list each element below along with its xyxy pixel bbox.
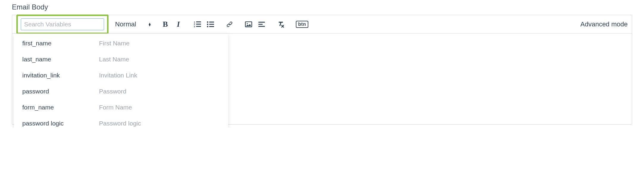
list-group: 1 2 3	[194, 20, 214, 28]
format-select-label: Normal	[115, 20, 136, 28]
svg-rect-16	[258, 26, 265, 27]
editor-toolbar: Normal ▲▼ B I 1 2 3	[12, 15, 632, 34]
variable-option[interactable]: last_name Last Name	[14, 51, 228, 67]
link-group	[226, 20, 233, 28]
button-group: btn	[296, 21, 308, 28]
variable-label: Last Name	[99, 56, 129, 63]
svg-rect-9	[209, 24, 214, 25]
svg-rect-11	[209, 26, 214, 27]
text-style-group: B I	[161, 20, 182, 28]
section-title: Email Body	[12, 3, 632, 11]
variable-label: Password logic	[99, 120, 141, 127]
svg-rect-15	[258, 24, 263, 25]
variable-key: last_name	[22, 56, 99, 63]
svg-text:3: 3	[194, 25, 195, 28]
search-highlight-box	[16, 15, 109, 34]
variables-dropdown: first_name First Name last_name Last Nam…	[14, 34, 228, 128]
variable-key: first_name	[22, 40, 99, 47]
italic-button[interactable]: I	[175, 20, 182, 28]
media-group	[245, 20, 266, 28]
svg-point-8	[207, 23, 208, 25]
format-select[interactable]: Normal ▲▼	[113, 20, 153, 28]
variable-option[interactable]: password logic Password logic	[14, 115, 228, 128]
variable-key: form_name	[22, 104, 99, 111]
variable-option[interactable]: invitation_link Invitation Link	[14, 67, 228, 83]
variable-label: Invitation Link	[99, 72, 137, 79]
bold-button[interactable]: B	[161, 20, 169, 28]
link-button[interactable]	[226, 20, 233, 28]
variable-option[interactable]: form_name Form Name	[14, 99, 228, 115]
sort-icon: ▲▼	[148, 23, 151, 26]
variable-label: Password	[99, 88, 126, 95]
svg-rect-3	[196, 23, 201, 24]
image-button[interactable]	[245, 20, 252, 28]
svg-rect-7	[209, 21, 214, 22]
clear-format-button[interactable]	[277, 20, 285, 28]
svg-point-6	[207, 21, 208, 23]
svg-rect-1	[196, 21, 201, 22]
variable-option[interactable]: first_name First Name	[14, 35, 228, 51]
svg-point-10	[207, 26, 208, 27]
insert-button[interactable]: btn	[296, 21, 308, 28]
email-editor: Normal ▲▼ B I 1 2 3	[12, 15, 632, 125]
svg-rect-5	[196, 26, 201, 27]
ordered-list-button[interactable]: 1 2 3	[194, 20, 201, 28]
svg-rect-14	[258, 22, 265, 23]
clear-group	[277, 20, 285, 28]
svg-point-13	[247, 23, 248, 24]
advanced-mode-link[interactable]: Advanced mode	[580, 20, 628, 28]
search-variables-input[interactable]	[21, 18, 104, 30]
unordered-list-button[interactable]	[207, 20, 214, 28]
variable-label: Form Name	[99, 104, 132, 111]
variable-key: password	[22, 88, 99, 95]
align-button[interactable]	[258, 20, 266, 28]
variable-label: First Name	[99, 40, 130, 47]
variable-key: password logic	[22, 120, 99, 127]
variable-key: invitation_link	[22, 72, 99, 79]
variable-option[interactable]: password Password	[14, 83, 228, 99]
